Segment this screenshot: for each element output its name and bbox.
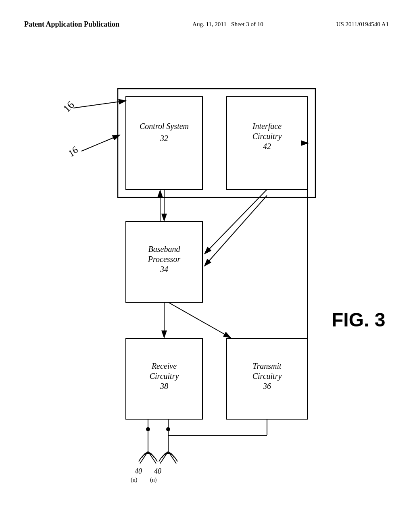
junction-dot2 <box>166 427 170 431</box>
receive-label3: 38 <box>160 382 168 391</box>
antenna2-arc2 <box>159 453 177 461</box>
fig-label: FIG. 3 <box>332 309 385 330</box>
transmit-label2: Circuitry <box>252 372 282 381</box>
arrow-bp-to-tc <box>168 302 231 338</box>
outer-box-top <box>118 89 315 197</box>
antenna1-sup: (n) <box>131 477 138 483</box>
transmit-label3: 36 <box>263 382 271 391</box>
page-header: Patent Application Publication Aug. 11, … <box>0 19 413 29</box>
receive-label1: Receive <box>151 362 177 370</box>
control-system-label2: 32 <box>160 134 168 143</box>
control-system-label1: Control System <box>140 122 189 131</box>
publication-title: Patent Application Publication <box>24 19 119 29</box>
interface-circuitry-label3: 42 <box>263 142 271 151</box>
antenna2-sup: (n) <box>150 477 157 483</box>
ref-16-label: 16 <box>61 99 77 114</box>
diagram-area: 16 Control System 32 Interface Circuitry… <box>24 64 389 508</box>
control-system-box <box>126 97 202 189</box>
antenna2-label: 40 <box>154 467 161 475</box>
arrow-ic-to-bp2 <box>204 195 267 266</box>
ref16-text: 16 <box>66 144 80 158</box>
baseband-label2: Processor <box>148 255 181 264</box>
antenna1-label: 40 <box>135 467 142 475</box>
transmit-label1: Transmit <box>252 362 282 370</box>
arrow-ic-to-bp <box>204 189 267 254</box>
interface-circuitry-label1: Interface <box>252 122 282 131</box>
baseband-label1: Baseband <box>148 245 181 254</box>
baseband-label3: 34 <box>160 265 168 274</box>
circuit-diagram: 16 Control System 32 Interface Circuitry… <box>24 64 389 508</box>
patent-number: US 2011/0194540 A1 <box>336 19 389 29</box>
interface-circuitry-label2: Circuitry <box>252 132 282 141</box>
ref16-arrow <box>81 135 120 151</box>
antenna1-arc2 <box>139 453 157 461</box>
sheet-info: Aug. 11, 2011 Sheet 3 of 10 <box>192 19 263 29</box>
receive-label2: Circuitry <box>150 372 179 381</box>
